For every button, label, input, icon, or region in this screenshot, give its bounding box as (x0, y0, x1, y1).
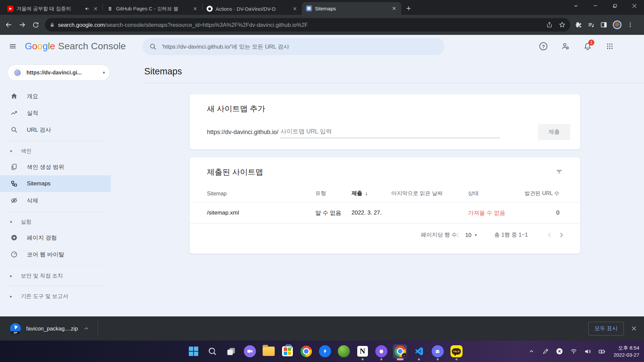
sidebar-divider (7, 286, 105, 286)
chrome-active-icon[interactable] (393, 345, 407, 358)
tray-chevron-up-icon[interactable] (526, 346, 537, 357)
col-last-read[interactable]: 마지막으로 읽은 날짜 (391, 190, 468, 197)
music-queue-icon[interactable] (588, 21, 595, 28)
cell-type: 알 수 없음 (315, 209, 352, 217)
discord-icon[interactable] (431, 345, 444, 358)
wifi-icon[interactable] (568, 346, 579, 357)
browser-profile-avatar[interactable] (613, 20, 622, 29)
tab-audio-icon[interactable] (85, 6, 90, 11)
sidebar-item-removals[interactable]: 삭제 (0, 192, 111, 209)
filter-list-icon[interactable] (555, 168, 563, 175)
col-discovered-urls[interactable]: 발견된 URL 수 (522, 190, 559, 197)
gsc-logo-suffix: Search Console (58, 41, 126, 52)
show-all-downloads-button[interactable]: 모두 표시 (588, 322, 624, 336)
notification-bell-icon[interactable]: 1 (580, 39, 595, 54)
rows-per-page-caret-icon[interactable]: ▾ (475, 233, 477, 237)
window-close-button[interactable] (625, 0, 644, 11)
submitted-sitemaps-title: 제출된 사이트맵 (190, 167, 580, 177)
circle-x-status-icon[interactable] (554, 346, 565, 357)
side-panel-icon[interactable] (600, 21, 607, 28)
search-value: 'https://dv-davinci.github.io/'에 있는 모든 U… (162, 43, 289, 51)
tab-close-icon[interactable] (292, 6, 298, 12)
property-selector[interactable]: https://dv-davinci.gi... ▾ (7, 64, 110, 81)
sidebar-item-core-web-vitals[interactable]: 코어 웹 바이탈 (0, 246, 111, 263)
reload-button[interactable] (29, 18, 42, 32)
github-desktop-icon[interactable] (374, 345, 388, 358)
col-status[interactable]: 상태 (468, 190, 522, 197)
browser-menu-kebab-icon[interactable] (627, 22, 633, 28)
windows-taskbar: N TALK (0, 341, 644, 362)
gauge-icon (10, 250, 18, 258)
microsoft-store-icon[interactable] (280, 345, 294, 358)
teams-chat-icon[interactable] (243, 345, 257, 358)
sidebar-section-experiments[interactable]: ▾ 실험 (0, 215, 111, 229)
omnibox-url-bar[interactable]: search.google.com/search-console/sitemap… (45, 18, 570, 32)
tab-youtube[interactable]: 겨울에 공부할 때 집중히 (3, 3, 103, 15)
tab-github-actions[interactable]: Actions · DV-DaVinci/DV-D (203, 3, 302, 15)
back-button[interactable] (2, 18, 15, 32)
account-avatar[interactable] (625, 40, 638, 53)
green-sphere-app-icon[interactable] (337, 345, 351, 358)
sidebar-item-page-experience[interactable]: 페이지 경험 (0, 229, 111, 246)
bandizip-lightning-icon[interactable] (318, 345, 332, 358)
tab-close-icon[interactable] (391, 5, 397, 11)
extensions-puzzle-icon[interactable] (575, 21, 582, 28)
add-sitemap-title: 새 사이트맵 추가 (207, 104, 570, 114)
sidebar-item-sitemaps[interactable]: Sitemaps (0, 175, 111, 192)
tab-sitemaps-active[interactable]: Sitemaps (302, 2, 401, 15)
sidebar-item-url-inspection[interactable]: URL 검사 (0, 121, 111, 138)
volume-icon[interactable] (582, 346, 593, 357)
tab-close-icon[interactable] (192, 6, 198, 12)
help-icon[interactable]: ? (536, 39, 551, 54)
task-view-icon[interactable] (224, 345, 238, 358)
download-item[interactable]: ZIP favicon_packag....zip (10, 323, 89, 334)
user-settings-icon[interactable] (558, 39, 573, 54)
vscode-icon[interactable] (412, 345, 426, 358)
new-tab-button[interactable] (404, 4, 413, 13)
col-sitemap[interactable]: Sitemap (207, 191, 315, 197)
sidebar-item-overview[interactable]: 개요 (0, 88, 111, 105)
sidebar-section-index[interactable]: ▾ 색인 (0, 144, 111, 159)
google-apps-grid-icon[interactable] (602, 39, 617, 54)
taskbar-search-icon[interactable] (205, 345, 219, 358)
tab-github-pages[interactable]: GitHub Pages C - 깃허브 블 (103, 3, 202, 15)
chevron-down-icon: ▾ (103, 70, 105, 75)
pen-icon[interactable] (540, 346, 551, 357)
tab-close-icon[interactable] (93, 6, 99, 12)
cell-sitemap-path: /sitemap.xml (207, 209, 315, 216)
page-experience-star-icon (10, 234, 18, 242)
submit-button[interactable]: 제출 (538, 124, 570, 140)
download-caret-up-icon[interactable] (84, 326, 89, 331)
col-type[interactable]: 유형 (315, 190, 352, 197)
window-minimize-button[interactable] (586, 0, 605, 11)
sitemap-table-row[interactable]: /sitemap.xml 알 수 없음 2022. 3. 27. 가져올 수 없… (190, 202, 580, 224)
search-icon (10, 126, 18, 134)
taskbar-clock[interactable]: 오후 8:54 2022-03-27 (613, 344, 639, 358)
pagination-prev-icon[interactable] (544, 229, 555, 241)
forward-button[interactable] (15, 18, 29, 32)
share-icon[interactable] (546, 21, 553, 28)
shelf-divider (98, 321, 98, 336)
sitemap-url-input[interactable] (280, 126, 500, 138)
notion-icon[interactable]: N (356, 345, 369, 358)
page-title: Sitemaps (144, 66, 644, 77)
hamburger-menu-icon[interactable] (5, 38, 21, 54)
sidebar-item-performance[interactable]: 실적 (0, 105, 111, 121)
window-maximize-button[interactable] (605, 0, 625, 11)
browser-tab-strip: 겨울에 공부할 때 집중히 GitHub Pages C - 깃허브 블 (0, 0, 644, 15)
battery-charging-icon[interactable] (596, 346, 607, 357)
rows-per-page-value[interactable]: 10 (465, 232, 471, 238)
file-explorer-icon[interactable] (262, 345, 275, 358)
pagination-next-icon[interactable] (555, 229, 567, 241)
sidebar-section-legacy[interactable]: ▸ 기존 도구 및 보고서 (0, 289, 111, 304)
url-inspection-search-bar[interactable]: 'https://dv-davinci.github.io/'에 있는 모든 U… (143, 38, 444, 55)
col-submitted-sorted[interactable]: 제출↓ (352, 190, 391, 197)
start-button[interactable] (186, 345, 200, 358)
tab-search-chevron-icon[interactable] (566, 0, 586, 11)
shelf-close-icon[interactable] (631, 326, 637, 331)
bookmark-star-icon[interactable] (559, 21, 566, 28)
chrome-icon[interactable] (299, 345, 313, 358)
sidebar-item-coverage[interactable]: 색인 생성 범위 (0, 159, 111, 175)
sidebar-section-security[interactable]: ▸ 보안 및 직접 조치 (0, 268, 111, 283)
kakaotalk-icon[interactable]: TALK (449, 345, 463, 358)
